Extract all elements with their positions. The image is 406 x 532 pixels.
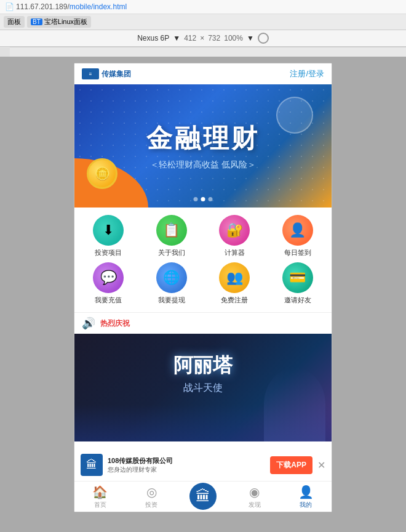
calc-label: 计算器 bbox=[225, 248, 245, 257]
invite-icon: 💳 bbox=[282, 262, 313, 293]
invest-icon: ⬇ bbox=[93, 215, 124, 246]
page-icon: 📄 bbox=[5, 2, 14, 11]
icon-item-signin[interactable]: 👤 每日签到 bbox=[269, 215, 327, 257]
logo-text: 传媒集团 bbox=[102, 69, 131, 79]
withdraw-label: 我要提现 bbox=[158, 296, 185, 305]
hero-subtitle: ＜轻松理财高收益 低风险＞ bbox=[150, 159, 256, 171]
announcement-text: 热烈庆祝 bbox=[100, 318, 324, 329]
bottom-nav: 🏠 首页 ◎ 投资 🏛 ◉ 发现 👤 我的 bbox=[74, 481, 332, 512]
app-header: ≡ 传媒集团 注册/登录 bbox=[74, 63, 332, 84]
fb-logo-icon: 🏛 bbox=[86, 459, 97, 472]
nav-invest[interactable]: ◎ 投资 bbox=[126, 482, 178, 512]
browser-chrome: 📄 111.67.201.189/mobile/index.html 面板 BT… bbox=[0, 0, 406, 30]
mine-icon: 👤 bbox=[298, 485, 314, 499]
withdraw-icon: 🌐 bbox=[156, 262, 187, 293]
ruler-row bbox=[0, 47, 406, 57]
device-height: 732 bbox=[208, 34, 220, 42]
fb-company: 108传媒股份有限公司 bbox=[108, 456, 265, 465]
icon-grid: ⬇ 投资项目 📋 关于我们 🔐 计算器 👤 每日签到 💬 我要充值 🌐 我 bbox=[74, 208, 332, 312]
banner-dot-1[interactable] bbox=[194, 197, 198, 201]
discover-label: 发现 bbox=[249, 501, 261, 509]
hero-title: 金融理财 bbox=[146, 121, 260, 156]
topup-label: 我要充值 bbox=[95, 296, 122, 305]
device-toolbar: Nexus 6P ▼ 412 × 732 100% ▼ bbox=[0, 30, 406, 47]
login-register-button[interactable]: 注册/登录 bbox=[290, 68, 324, 79]
tab-panel-label: 面板 bbox=[7, 17, 21, 26]
url-scheme: 111.67.201.189/ bbox=[16, 2, 70, 11]
app-logo: ≡ 传媒集团 bbox=[82, 68, 131, 79]
mine-label: 我的 bbox=[300, 501, 312, 509]
icon-item-topup[interactable]: 💬 我要充值 bbox=[79, 262, 138, 305]
nav-home[interactable]: 🏠 首页 bbox=[74, 482, 126, 512]
device-dropdown-icon: ▼ bbox=[173, 34, 180, 42]
discover-icon: ◉ bbox=[249, 485, 260, 499]
game-warrior-figure bbox=[264, 368, 325, 441]
tab-bt[interactable]: BT 宝塔Linux面板 bbox=[27, 16, 91, 28]
banner-dots bbox=[194, 197, 213, 201]
device-width: 412 bbox=[184, 34, 196, 42]
icon-item-withdraw[interactable]: 🌐 我要提现 bbox=[143, 262, 201, 305]
hero-orb bbox=[276, 97, 313, 134]
device-zoom: 100% bbox=[224, 34, 243, 42]
icon-item-invite[interactable]: 💳 邀请好友 bbox=[269, 262, 327, 305]
no-entry-icon bbox=[258, 33, 269, 44]
tab-panel[interactable]: 面板 bbox=[4, 16, 25, 28]
zoom-dropdown-icon: ▼ bbox=[247, 34, 254, 42]
icon-item-register[interactable]: 👥 免费注册 bbox=[205, 262, 264, 305]
url-path: mobile/index.html bbox=[70, 2, 127, 11]
logo-icon: ≡ bbox=[82, 68, 99, 79]
tab-bt-label: 宝塔Linux面板 bbox=[44, 17, 87, 26]
content-area: ≡ 传媒集团 注册/登录 金融理财 ＜轻松理财高收益 低风险＞ 🪙 ⬇ 投资项目 bbox=[0, 57, 406, 532]
home-label: 首页 bbox=[94, 501, 106, 509]
hero-banner: 金融理财 ＜轻松理财高收益 低风险＞ 🪙 bbox=[74, 84, 332, 208]
tabs-bar: 面板 BT 宝塔Linux面板 bbox=[0, 14, 406, 30]
game-banner-text: 阿丽塔 战斗天使 bbox=[173, 352, 233, 395]
register-label: 免费注册 bbox=[221, 296, 248, 305]
dimension-separator: × bbox=[200, 34, 204, 42]
nav-discover[interactable]: ◉ 发现 bbox=[229, 482, 281, 512]
download-app-button[interactable]: 下载APP bbox=[270, 456, 312, 474]
fb-description: 您身边的理财专家 bbox=[108, 465, 265, 474]
speaker-icon: 🔊 bbox=[82, 316, 95, 330]
game-subtitle: 战斗天使 bbox=[173, 382, 233, 395]
invest-nav-label: 投资 bbox=[145, 501, 157, 509]
nav-center[interactable]: 🏛 bbox=[177, 482, 229, 512]
icon-item-invest[interactable]: ⬇ 投资项目 bbox=[79, 215, 138, 257]
invest-nav-icon: ◎ bbox=[146, 485, 157, 499]
icon-item-calc[interactable]: 🔐 计算器 bbox=[205, 215, 264, 257]
signin-label: 每日签到 bbox=[284, 248, 311, 257]
banner-dot-3[interactable] bbox=[209, 197, 213, 201]
floating-download-banner: 🏛 108传媒股份有限公司 您身边的理财专家 下载APP ✕ bbox=[74, 449, 332, 481]
invite-label: 邀请好友 bbox=[284, 296, 311, 305]
address-url: 111.67.201.189/mobile/index.html bbox=[16, 2, 127, 11]
home-icon: 🏠 bbox=[92, 485, 108, 499]
device-name: Nexus 6P bbox=[137, 34, 169, 42]
address-bar: 📄 111.67.201.189/mobile/index.html bbox=[0, 0, 406, 14]
banner-dot-2[interactable] bbox=[201, 197, 205, 201]
ruler-corner bbox=[0, 47, 10, 57]
ruler-horizontal bbox=[10, 47, 406, 57]
calc-icon: 🔐 bbox=[219, 215, 250, 246]
close-banner-button[interactable]: ✕ bbox=[317, 459, 325, 471]
mobile-frame: ≡ 传媒集团 注册/登录 金融理财 ＜轻松理财高收益 低风险＞ 🪙 ⬇ 投资项目 bbox=[74, 63, 332, 512]
announcement-bar: 🔊 热烈庆祝 bbox=[74, 312, 332, 334]
game-title: 阿丽塔 bbox=[173, 352, 233, 379]
hero-coin: 🪙 bbox=[87, 158, 117, 189]
invest-label: 投资项目 bbox=[95, 248, 122, 257]
center-icon: 🏛 bbox=[189, 483, 217, 510]
nav-mine[interactable]: 👤 我的 bbox=[280, 482, 332, 512]
signin-icon: 👤 bbox=[282, 215, 313, 246]
fb-text-block: 108传媒股份有限公司 您身边的理财专家 bbox=[108, 456, 265, 474]
about-label: 关于我们 bbox=[158, 248, 185, 257]
topup-icon: 💬 bbox=[93, 262, 124, 293]
game-banner: 阿丽塔 战斗天使 bbox=[74, 334, 332, 441]
icon-item-about[interactable]: 📋 关于我们 bbox=[143, 215, 201, 257]
register-icon: 👥 bbox=[219, 262, 250, 293]
fb-logo: 🏛 bbox=[81, 454, 103, 476]
tab-bt-badge: BT bbox=[31, 18, 42, 25]
about-icon: 📋 bbox=[156, 215, 187, 246]
